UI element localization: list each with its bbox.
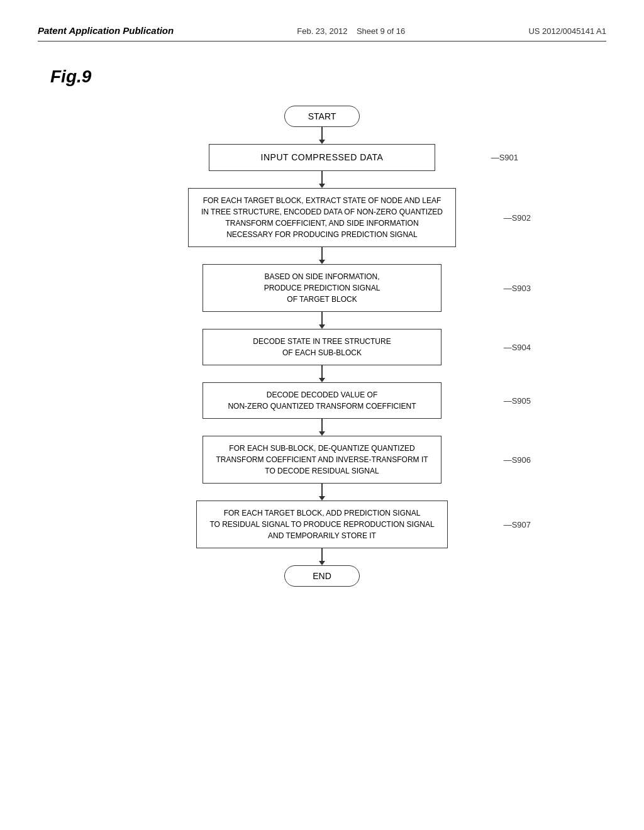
s905-node: DECODE DECODED VALUE OF NON-ZERO QUANTIZ…	[63, 382, 581, 419]
s904-node: DECODE STATE IN TREE STRUCTURE OF EACH S…	[63, 329, 581, 365]
s906-node: FOR EACH SUB-BLOCK, DE-QUANTIZE QUANTIZE…	[63, 436, 581, 484]
connector-3	[319, 247, 325, 264]
page: Patent Application Publication Feb. 23, …	[0, 0, 644, 830]
s903-process: BASED ON SIDE INFORMATION, PRODUCE PREDI…	[203, 264, 441, 312]
s904-process: DECODE STATE IN TREE STRUCTURE OF EACH S…	[203, 329, 441, 365]
s906-process: FOR EACH SUB-BLOCK, DE-QUANTIZE QUANTIZE…	[203, 436, 441, 484]
start-terminal: START	[284, 106, 360, 127]
end-node: END	[63, 565, 581, 587]
s907-process: FOR EACH TARGET BLOCK, ADD PREDICTION SI…	[196, 501, 447, 548]
patent-number: US 2012/0045141 A1	[528, 26, 606, 36]
s902-process: FOR EACH TARGET BLOCK, EXTRACT STATE OF …	[188, 188, 456, 247]
flowchart: START INPUT COMPRESSED DATA —S901 FOR EA…	[38, 106, 606, 587]
s905-label: —S905	[504, 396, 531, 406]
date-label: Feb. 23, 2012 Sheet 9 of 16	[297, 26, 405, 36]
figure-label: Fig.9	[50, 67, 606, 87]
connector-6	[319, 419, 325, 436]
s901-node: INPUT COMPRESSED DATA —S901	[63, 144, 581, 171]
s904-label: —S904	[504, 343, 531, 352]
start-node: START	[63, 106, 581, 127]
connector-4	[319, 312, 325, 329]
publication-label: Patent Application Publication	[38, 25, 174, 36]
s902-label: —S902	[504, 213, 531, 223]
connector-5	[319, 365, 325, 382]
s901-label: —S901	[491, 153, 518, 162]
page-header: Patent Application Publication Feb. 23, …	[38, 25, 606, 42]
s907-label: —S907	[504, 520, 531, 529]
s903-node: BASED ON SIDE INFORMATION, PRODUCE PREDI…	[63, 264, 581, 312]
end-terminal: END	[284, 565, 360, 587]
connector-7	[319, 484, 325, 501]
s903-label: —S903	[504, 284, 531, 293]
s906-label: —S906	[504, 455, 531, 465]
connector-1	[319, 127, 325, 144]
s902-node: FOR EACH TARGET BLOCK, EXTRACT STATE OF …	[63, 188, 581, 247]
s907-node: FOR EACH TARGET BLOCK, ADD PREDICTION SI…	[63, 501, 581, 548]
s901-process: INPUT COMPRESSED DATA	[209, 144, 435, 171]
s905-process: DECODE DECODED VALUE OF NON-ZERO QUANTIZ…	[203, 382, 441, 419]
connector-2	[319, 171, 325, 188]
connector-8	[319, 548, 325, 565]
